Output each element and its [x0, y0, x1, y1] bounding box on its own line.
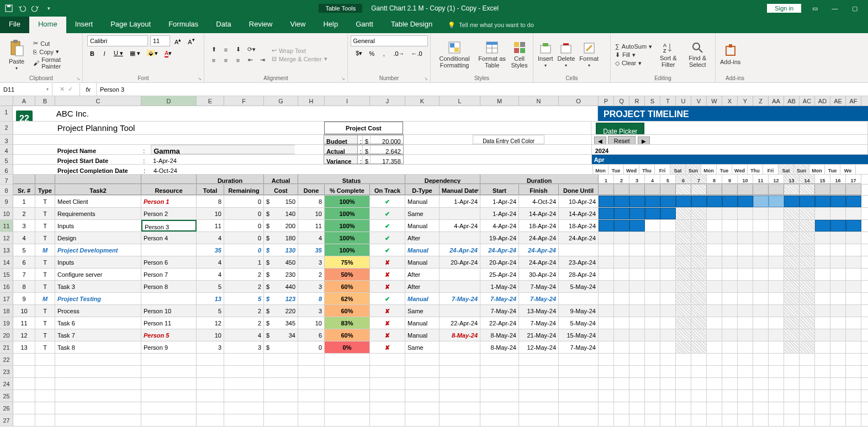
tool-name[interactable]: Project Planning Tool: [55, 122, 196, 134]
tab-page-layout[interactable]: Page Layout: [102, 17, 160, 33]
fx-icon[interactable]: fx: [80, 83, 97, 96]
increase-font-icon[interactable]: A▴: [172, 35, 183, 46]
tab-view[interactable]: View: [281, 17, 314, 33]
filter-dropdown-icon[interactable]: ▾: [477, 185, 479, 195]
enter-icon[interactable]: ✓: [68, 86, 73, 93]
font-color-button[interactable]: A▾: [162, 49, 174, 58]
col-D[interactable]: D: [141, 96, 197, 106]
chevron-down-icon: ▾: [15, 66, 18, 71]
font-family-select[interactable]: [87, 35, 148, 46]
insert-cells-button[interactable]: Insert▾: [538, 42, 553, 68]
cell-styles-button[interactable]: Cell Styles: [510, 41, 528, 69]
col-G[interactable]: G: [264, 96, 298, 106]
date-picker-button[interactable]: Date Picker: [596, 123, 644, 134]
tab-data[interactable]: Data: [207, 17, 240, 33]
copy-button[interactable]: ⎘ Copy ▾: [33, 48, 78, 55]
increase-indent-icon[interactable]: ⇥: [257, 55, 267, 65]
col-M[interactable]: M: [480, 96, 519, 106]
underline-button[interactable]: U ▾: [112, 49, 125, 58]
tab-formulas[interactable]: Formulas: [160, 17, 207, 33]
merge-center-button[interactable]: ⊟ Merge & Center ▾: [272, 55, 327, 62]
col-I[interactable]: I: [325, 96, 370, 106]
number-format-select[interactable]: [351, 35, 428, 46]
find-select-button[interactable]: Find & Select: [684, 41, 711, 68]
border-button[interactable]: ▦ ▾: [128, 49, 142, 58]
comma-icon[interactable]: ,: [379, 49, 389, 58]
tab-insert[interactable]: Insert: [66, 17, 102, 33]
fill-button[interactable]: ⬇ Fill ▾: [615, 51, 652, 59]
reset-button[interactable]: Reset: [608, 136, 636, 144]
sign-in-button[interactable]: Sign in: [766, 3, 802, 13]
tab-home[interactable]: Home: [29, 17, 66, 33]
tab-review[interactable]: Review: [240, 17, 282, 33]
font-launcher-icon[interactable]: ↘: [198, 76, 202, 81]
wrap-text-button[interactable]: ↩ Wrap Text: [272, 47, 327, 54]
name-box[interactable]: D11▾: [0, 83, 52, 96]
undo-icon[interactable]: [18, 4, 27, 13]
fill-down-icon: ⬇: [615, 51, 620, 59]
align-bottom-icon[interactable]: ⬇: [233, 45, 243, 54]
select-all-corner[interactable]: [0, 96, 13, 106]
alignment-launcher-icon[interactable]: ↘: [341, 76, 345, 81]
tell-me[interactable]: 💡 Tell me what you want to do: [441, 17, 541, 33]
currency-icon[interactable]: $▾: [353, 49, 364, 58]
project-cost-title[interactable]: Project Cost: [324, 122, 404, 134]
align-left-icon[interactable]: ≡: [209, 56, 219, 65]
increase-decimal-icon[interactable]: .0→: [391, 49, 406, 58]
bold-button[interactable]: B: [87, 49, 97, 58]
selected-cell[interactable]: Person 3▾: [141, 220, 197, 231]
orientation-icon[interactable]: ⟳▾: [245, 45, 258, 54]
cancel-icon[interactable]: ✕: [60, 86, 65, 93]
font-size-select[interactable]: [150, 35, 170, 46]
align-center-icon[interactable]: ≡: [221, 56, 231, 65]
fill-color-button[interactable]: ⬙▾: [145, 49, 160, 58]
col-O[interactable]: O: [559, 96, 599, 106]
save-icon[interactable]: [4, 4, 13, 13]
minimize-icon[interactable]: —: [828, 2, 841, 15]
conditional-formatting-button[interactable]: Conditional Formatting: [435, 41, 474, 69]
col-B[interactable]: B: [35, 96, 55, 106]
decrease-decimal-icon[interactable]: ←.0: [409, 49, 425, 58]
delete-cells-button[interactable]: Delete▾: [558, 42, 575, 68]
project-name[interactable]: Gamma: [151, 145, 295, 154]
formula-input[interactable]: Person 3: [97, 83, 868, 96]
col-C[interactable]: C: [55, 96, 141, 106]
clear-button[interactable]: ◇ Clear ▾: [615, 60, 652, 67]
format-painter-button[interactable]: 🖌 Format Painter: [33, 56, 78, 70]
decrease-indent-icon[interactable]: ⇤: [245, 55, 255, 65]
percent-icon[interactable]: %: [367, 49, 377, 58]
col-A[interactable]: A: [13, 96, 35, 106]
clipboard-launcher-icon[interactable]: ↘: [76, 76, 80, 81]
col-N[interactable]: N: [519, 96, 559, 106]
col-L[interactable]: L: [440, 96, 480, 106]
cut-button[interactable]: ✂ Cut: [33, 40, 78, 47]
number-launcher-icon[interactable]: ↘: [424, 76, 428, 81]
decrease-font-icon[interactable]: A▾: [186, 35, 197, 46]
autosum-button[interactable]: ∑ AutoSum ▾: [615, 43, 652, 50]
prev-arrow-button[interactable]: ◀: [594, 136, 606, 144]
align-top-icon[interactable]: ⬆: [209, 45, 219, 54]
tab-help[interactable]: Help: [314, 17, 347, 33]
col-K[interactable]: K: [405, 96, 440, 106]
addins-button[interactable]: Add-ins: [720, 44, 740, 65]
tab-gantt[interactable]: Gantt: [347, 17, 382, 33]
format-as-table-button[interactable]: Format as Table: [478, 41, 506, 69]
maximize-icon[interactable]: ▢: [848, 2, 861, 15]
ribbon-options-icon[interactable]: ▭: [808, 2, 822, 15]
format-cells-button[interactable]: Format▾: [579, 42, 599, 68]
align-right-icon[interactable]: ≡: [233, 56, 243, 65]
company-name[interactable]: ABC Inc.: [54, 106, 384, 121]
col-H[interactable]: H: [298, 96, 325, 106]
tab-file[interactable]: File: [0, 17, 29, 33]
col-E[interactable]: E: [197, 96, 224, 106]
italic-button[interactable]: I: [99, 49, 109, 58]
col-J[interactable]: J: [370, 96, 405, 106]
qat-dropdown-icon[interactable]: ▾: [44, 4, 53, 13]
tab-table-design[interactable]: Table Design: [382, 17, 441, 33]
paste-button[interactable]: Paste ▾: [4, 39, 29, 71]
redo-icon[interactable]: [31, 4, 40, 13]
sort-filter-button[interactable]: AZSort & Filter: [657, 41, 680, 68]
next-arrow-button[interactable]: ▶: [638, 136, 650, 144]
col-F[interactable]: F: [224, 96, 264, 106]
align-middle-icon[interactable]: ≡: [221, 45, 231, 54]
